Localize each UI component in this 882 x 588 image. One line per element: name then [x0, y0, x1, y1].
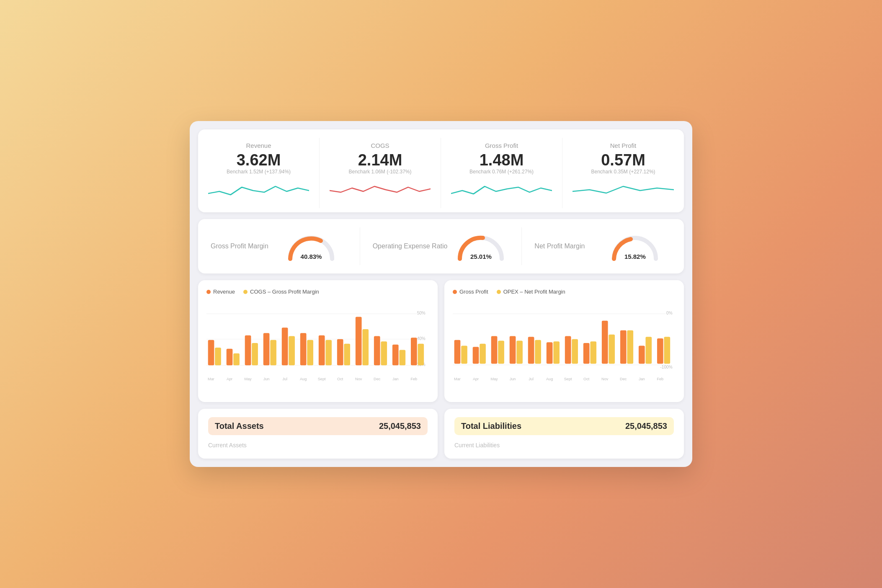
svg-rect-53 — [516, 341, 523, 364]
svg-rect-62 — [602, 321, 608, 364]
current-liabilities-label: Current Liabilities — [454, 440, 674, 450]
svg-text:-100%: -100% — [660, 365, 673, 370]
svg-rect-64 — [620, 330, 627, 364]
svg-rect-19 — [325, 340, 332, 366]
current-assets-label: Current Assets — [208, 440, 428, 450]
total-assets-card: Total Assets 25,045,853 Current Assets — [198, 409, 438, 459]
total-assets-header: Total Assets 25,045,853 — [208, 417, 428, 435]
svg-rect-25 — [381, 342, 387, 366]
total-liabilities-header: Total Liabilities 25,045,853 — [454, 417, 674, 435]
svg-text:Aug: Aug — [546, 377, 553, 381]
svg-rect-61 — [590, 342, 596, 364]
sparkline-gross-profit — [451, 179, 552, 200]
svg-rect-60 — [583, 343, 590, 364]
svg-text:Sept: Sept — [564, 377, 572, 381]
svg-rect-20 — [337, 339, 343, 365]
metric-revenue-value: 3.62M — [208, 152, 309, 169]
total-liabilities-card: Total Liabilities 25,045,853 Current Lia… — [444, 409, 684, 459]
dashboard: Revenue 3.62M Benchark 1.52M (+137.94%) … — [190, 121, 692, 467]
svg-text:May: May — [244, 377, 252, 381]
legend-gross-profit: Gross Profit — [453, 289, 488, 295]
svg-rect-50 — [491, 336, 498, 364]
metric-net-profit-label: Net Profit — [573, 142, 674, 149]
chart2-legend: Gross Profit OPEX – Net Profit Margin — [453, 289, 676, 295]
chart-revenue-cogs: Revenue COGS – Gross Profit Margin 50% 4… — [198, 280, 438, 402]
svg-rect-14 — [282, 328, 288, 366]
gauge-net-profit-margin-percent: 15.82% — [624, 253, 646, 260]
svg-text:Nov: Nov — [355, 377, 362, 381]
svg-text:Apr: Apr — [227, 377, 232, 381]
svg-text:Nov: Nov — [601, 377, 609, 381]
legend-gross-profit-label: Gross Profit — [459, 289, 488, 295]
svg-text:Jul: Jul — [282, 377, 287, 381]
svg-text:Feb: Feb — [657, 377, 663, 381]
svg-text:Jan: Jan — [392, 377, 399, 381]
svg-rect-65 — [627, 330, 633, 364]
gauge-operating-expense-ratio-title: Operating Expense Ratio — [373, 242, 448, 251]
metric-cogs-value: 2.14M — [330, 152, 431, 169]
legend-revenue-dot — [206, 290, 211, 294]
metric-net-profit-value: 0.57M — [573, 152, 674, 169]
svg-text:Oct: Oct — [337, 377, 343, 381]
total-liabilities-title: Total Liabilities — [461, 421, 521, 431]
svg-rect-47 — [461, 346, 467, 364]
gauge-gross-profit-margin: Gross Profit Margin 40.83% — [198, 227, 360, 265]
metric-gross-profit-benchmark: Benchark 0.76M (+261.27%) — [451, 169, 552, 175]
svg-rect-12 — [263, 333, 270, 366]
svg-rect-63 — [609, 335, 615, 364]
svg-text:Jan: Jan — [639, 377, 645, 381]
total-assets-title: Total Assets — [215, 421, 264, 431]
charts-row: Revenue COGS – Gross Profit Margin 50% 4… — [198, 280, 684, 402]
svg-rect-52 — [510, 336, 516, 364]
svg-rect-29 — [418, 344, 424, 365]
gauge-net-profit-margin: Net Profit Margin 15.82% — [522, 227, 684, 265]
metric-revenue: Revenue 3.62M Benchark 1.52M (+137.94%) — [198, 138, 320, 209]
svg-rect-48 — [473, 347, 479, 364]
metric-gross-profit-label: Gross Profit — [451, 142, 552, 149]
svg-rect-49 — [480, 344, 486, 364]
svg-rect-8 — [227, 349, 233, 365]
svg-rect-18 — [319, 335, 325, 366]
gauge-operating-expense-ratio-visual: 25.01% — [456, 232, 506, 261]
total-assets-value: 25,045,853 — [379, 421, 421, 431]
svg-text:Sept: Sept — [318, 377, 326, 381]
bottom-row: Total Assets 25,045,853 Current Assets T… — [198, 409, 684, 459]
svg-rect-10 — [245, 335, 251, 366]
svg-rect-67 — [645, 337, 652, 364]
svg-text:Feb: Feb — [410, 377, 417, 381]
svg-text:Jun: Jun — [263, 377, 270, 381]
metric-net-profit-benchmark: Benchark 0.35M (+227.12%) — [573, 169, 674, 175]
legend-opex-npm-dot — [497, 290, 501, 294]
gauge-row: Gross Profit Margin 40.83% Operating Exp… — [198, 219, 684, 273]
gauge-net-profit-margin-visual: 15.82% — [610, 232, 660, 261]
svg-text:Oct: Oct — [583, 377, 590, 381]
svg-rect-51 — [498, 341, 504, 364]
legend-revenue-label: Revenue — [213, 289, 235, 295]
legend-cogs-gpm-dot — [243, 290, 248, 294]
svg-rect-17 — [307, 340, 313, 366]
svg-rect-11 — [252, 343, 258, 365]
svg-rect-6 — [208, 340, 214, 366]
svg-rect-57 — [553, 342, 560, 364]
svg-text:May: May — [490, 377, 498, 381]
legend-opex-npm-label: OPEX – Net Profit Margin — [503, 289, 565, 295]
svg-rect-21 — [344, 344, 350, 365]
svg-text:40%: 40% — [417, 336, 426, 341]
svg-text:Jun: Jun — [510, 377, 516, 381]
svg-rect-13 — [270, 340, 276, 366]
svg-rect-54 — [528, 337, 534, 364]
svg-rect-46 — [454, 340, 461, 364]
legend-cogs-gpm-label: COGS – Gross Profit Margin — [250, 289, 319, 295]
svg-rect-59 — [572, 339, 578, 364]
svg-rect-22 — [356, 317, 362, 366]
metrics-row: Revenue 3.62M Benchark 1.52M (+137.94%) … — [198, 129, 684, 213]
sparkline-net-profit — [573, 179, 674, 200]
chart1-legend: Revenue COGS – Gross Profit Margin — [206, 289, 429, 295]
svg-rect-15 — [289, 336, 295, 366]
svg-text:Mar: Mar — [454, 377, 461, 381]
legend-opex-npm: OPEX – Net Profit Margin — [497, 289, 565, 295]
svg-rect-16 — [300, 333, 307, 366]
chart1-area: 50% 40% 30% — [206, 302, 429, 394]
metric-gross-profit-value: 1.48M — [451, 152, 552, 169]
svg-text:Mar: Mar — [208, 377, 214, 381]
